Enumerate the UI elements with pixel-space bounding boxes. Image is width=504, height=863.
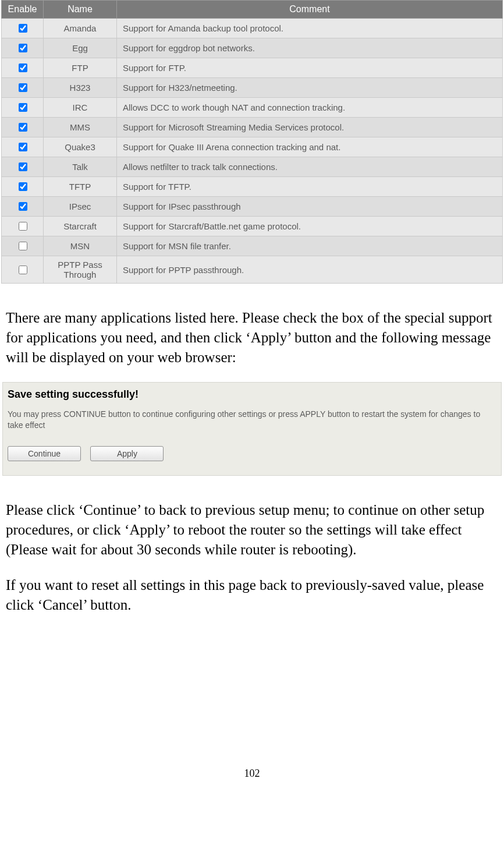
table-row: H323Support for H323/netmeeting. bbox=[2, 78, 503, 98]
enable-cell bbox=[2, 118, 44, 137]
name-cell: FTP bbox=[44, 58, 117, 78]
enable-cell bbox=[2, 177, 44, 197]
name-cell: Egg bbox=[44, 38, 117, 58]
enable-checkbox[interactable] bbox=[19, 83, 27, 92]
name-cell: PPTP Pass Through bbox=[44, 256, 117, 284]
table-row: IPsecSupport for IPsec passthrough bbox=[2, 197, 503, 217]
enable-cell bbox=[2, 256, 44, 284]
table-row: PPTP Pass ThroughSupport for PPTP passth… bbox=[2, 256, 503, 284]
enable-cell bbox=[2, 98, 44, 118]
comment-cell: Support for TFTP. bbox=[117, 177, 503, 197]
enable-cell bbox=[2, 19, 44, 38]
comment-cell: Support for Microsoft Streaming Media Se… bbox=[117, 118, 503, 137]
enable-cell bbox=[2, 58, 44, 78]
table-row: TalkAllows netfilter to track talk conne… bbox=[2, 157, 503, 177]
instruction-paragraph-1: There are many applications listed here.… bbox=[2, 307, 502, 368]
enable-cell bbox=[2, 78, 44, 98]
instruction-paragraph-3: If you want to reset all settings in thi… bbox=[2, 574, 502, 616]
comment-cell: Support for PPTP passthrough. bbox=[117, 256, 503, 284]
enable-checkbox[interactable] bbox=[19, 44, 27, 52]
page-number: 102 bbox=[0, 767, 504, 791]
comment-cell: Support for Starcraft/Battle.net game pr… bbox=[117, 217, 503, 236]
apply-button[interactable]: Apply bbox=[90, 446, 164, 461]
enable-checkbox[interactable] bbox=[19, 182, 27, 191]
name-cell: IPsec bbox=[44, 197, 117, 217]
enable-checkbox[interactable] bbox=[19, 123, 27, 132]
header-comment: Comment bbox=[117, 1, 503, 19]
comment-cell: Support for eggdrop bot networks. bbox=[117, 38, 503, 58]
comment-cell: Support for IPsec passthrough bbox=[117, 197, 503, 217]
comment-cell: Allows DCC to work though NAT and connec… bbox=[117, 98, 503, 118]
enable-checkbox[interactable] bbox=[19, 24, 27, 33]
header-name: Name bbox=[44, 1, 117, 19]
name-cell: Quake3 bbox=[44, 137, 117, 157]
enable-checkbox[interactable] bbox=[19, 103, 27, 112]
save-success-dialog: Save setting successfully! You may press… bbox=[2, 382, 502, 476]
name-cell: MMS bbox=[44, 118, 117, 137]
comment-cell: Support for MSN file tranfer. bbox=[117, 236, 503, 256]
comment-cell: Support for Amanda backup tool protocol. bbox=[117, 19, 503, 38]
instruction-paragraph-2: Please click ‘Continue’ to back to previ… bbox=[2, 499, 502, 560]
table-row: IRCAllows DCC to work though NAT and con… bbox=[2, 98, 503, 118]
enable-cell bbox=[2, 197, 44, 217]
enable-cell bbox=[2, 137, 44, 157]
header-enable: Enable bbox=[2, 1, 44, 19]
table-row: MSNSupport for MSN file tranfer. bbox=[2, 236, 503, 256]
name-cell: Amanda bbox=[44, 19, 117, 38]
enable-checkbox[interactable] bbox=[19, 266, 27, 274]
continue-button[interactable]: Continue bbox=[8, 446, 81, 461]
enable-checkbox[interactable] bbox=[19, 63, 27, 72]
enable-checkbox[interactable] bbox=[19, 143, 27, 151]
table-row: MMSSupport for Microsoft Streaming Media… bbox=[2, 118, 503, 137]
table-row: AmandaSupport for Amanda backup tool pro… bbox=[2, 19, 503, 38]
enable-checkbox[interactable] bbox=[19, 162, 27, 171]
enable-checkbox[interactable] bbox=[19, 222, 27, 231]
enable-cell bbox=[2, 38, 44, 58]
name-cell: Starcraft bbox=[44, 217, 117, 236]
table-row: TFTPSupport for TFTP. bbox=[2, 177, 503, 197]
enable-cell bbox=[2, 157, 44, 177]
comment-cell: Support for Quake III Arena connection t… bbox=[117, 137, 503, 157]
table-row: Quake3Support for Quake III Arena connec… bbox=[2, 137, 503, 157]
comment-cell: Support for FTP. bbox=[117, 58, 503, 78]
enable-cell bbox=[2, 217, 44, 236]
comment-cell: Support for H323/netmeeting. bbox=[117, 78, 503, 98]
table-row: EggSupport for eggdrop bot networks. bbox=[2, 38, 503, 58]
enable-cell bbox=[2, 236, 44, 256]
table-row: FTPSupport for FTP. bbox=[2, 58, 503, 78]
dialog-message: You may press CONTINUE button to continu… bbox=[3, 409, 501, 446]
enable-checkbox[interactable] bbox=[19, 242, 27, 250]
name-cell: Talk bbox=[44, 157, 117, 177]
alg-table: Enable Name Comment AmandaSupport for Am… bbox=[1, 0, 503, 284]
enable-checkbox[interactable] bbox=[19, 202, 27, 211]
name-cell: H323 bbox=[44, 78, 117, 98]
comment-cell: Allows netfilter to track talk connectio… bbox=[117, 157, 503, 177]
name-cell: MSN bbox=[44, 236, 117, 256]
dialog-title: Save setting successfully! bbox=[3, 383, 501, 409]
name-cell: IRC bbox=[44, 98, 117, 118]
table-row: StarcraftSupport for Starcraft/Battle.ne… bbox=[2, 217, 503, 236]
name-cell: TFTP bbox=[44, 177, 117, 197]
